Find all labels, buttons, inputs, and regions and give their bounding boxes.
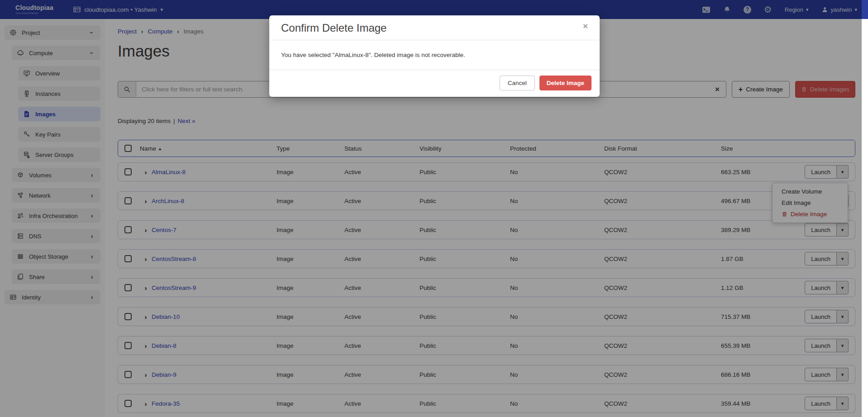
modal-footer: Cancel Delete Image (269, 70, 600, 97)
modal-body-text: You have selected "AlmaLinux-8". Deleted… (269, 40, 600, 70)
modal-header: Confirm Delete Image × (269, 15, 600, 40)
delete-image-confirm-button[interactable]: Delete Image (539, 76, 591, 90)
modal-title: Confirm Delete Image (281, 22, 386, 34)
cancel-button[interactable]: Cancel (500, 76, 535, 90)
app-root: Cloudtopiaa Your Cloud Partner cloudtopi… (0, 0, 868, 417)
close-icon[interactable]: × (583, 22, 588, 30)
confirm-delete-modal: Confirm Delete Image × You have selected… (269, 15, 600, 97)
